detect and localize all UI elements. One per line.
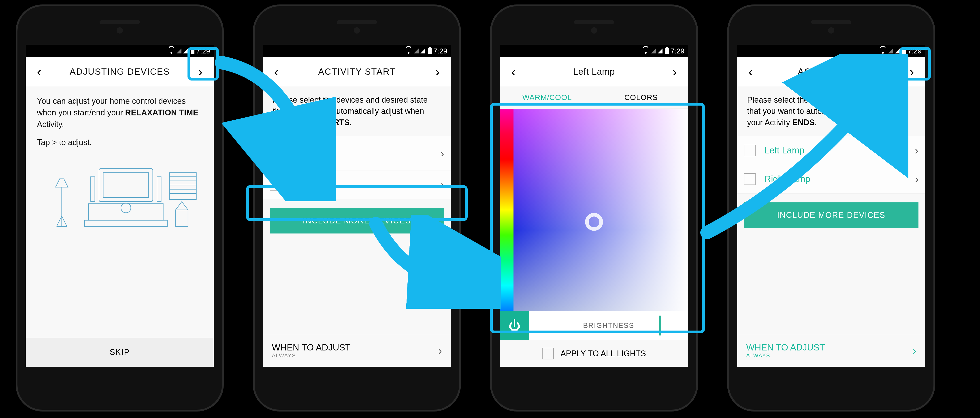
- phone-activity-start: 7:29 ‹ ACTIVITY START › Please select th…: [253, 5, 461, 412]
- when-title: WHEN TO ADJUST: [272, 342, 351, 353]
- signal-icon: [414, 49, 418, 54]
- screen: 7:29 ‹ Left Lamp › WARM/COOL COLORS ⏻ BR…: [500, 45, 688, 367]
- clock: 7:29: [433, 47, 447, 55]
- chevron-right-icon: ›: [913, 345, 916, 357]
- include-more-devices-button[interactable]: INCLUDE MORE DEVICES: [744, 202, 918, 228]
- when-to-adjust-row[interactable]: WHEN TO ADJUST ALWAYS ›: [263, 334, 451, 367]
- svg-rect-3: [84, 220, 167, 227]
- clock: 7:29: [671, 47, 684, 55]
- back-button[interactable]: ‹: [507, 62, 520, 82]
- back-button[interactable]: ‹: [32, 62, 46, 82]
- signal-icon: [177, 49, 181, 54]
- svg-line-10: [62, 216, 67, 226]
- wifi-icon: [880, 48, 886, 54]
- back-button[interactable]: ‹: [270, 62, 283, 82]
- svg-rect-5: [91, 177, 95, 202]
- tab-warm-cool[interactable]: WARM/COOL: [500, 93, 594, 102]
- screen: 7:29 ‹ ACTIVITY END › Please select the …: [737, 45, 925, 367]
- phone-activity-end: 7:29 ‹ ACTIVITY END › Please select the …: [727, 5, 935, 412]
- svg-rect-6: [157, 177, 161, 202]
- battery-icon: [665, 48, 669, 54]
- when-to-adjust-row[interactable]: WHEN TO ADJUST ALWAYS ›: [737, 334, 925, 367]
- page-title: ADJUSTING DEVICES: [70, 67, 170, 77]
- svg-line-9: [57, 216, 62, 226]
- title-bar: ‹ ADJUSTING DEVICES ›: [26, 57, 214, 86]
- svg-rect-2: [89, 204, 163, 220]
- clock: 7:29: [908, 47, 921, 55]
- brightness-row: ⏻ BRIGHTNESS: [500, 311, 688, 340]
- power-button[interactable]: ⏻: [500, 311, 529, 340]
- chevron-right-icon: ›: [438, 345, 442, 357]
- battery-icon: [902, 48, 906, 54]
- skip-button[interactable]: SKIP: [26, 338, 214, 367]
- status-bar: 7:29: [737, 45, 925, 57]
- title-bar: ‹ ACTIVITY START ›: [263, 57, 451, 86]
- intro-text: You can adjust your home control devices…: [37, 95, 202, 130]
- color-cursor[interactable]: [585, 213, 603, 231]
- svg-rect-1: [103, 173, 149, 197]
- svg-point-4: [121, 203, 131, 213]
- battery-icon: [428, 48, 431, 54]
- apply-all-row[interactable]: APPLY TO ALL LIGHTS: [500, 340, 688, 367]
- screen: 7:29 ‹ ACTIVITY START › Please select th…: [263, 45, 451, 367]
- signal-icon: [895, 49, 900, 54]
- tab-colors[interactable]: COLORS: [594, 93, 688, 102]
- status-bar: 7:29: [500, 45, 688, 57]
- next-button[interactable]: ›: [668, 62, 681, 82]
- signal-icon: [658, 49, 662, 54]
- chevron-right-icon: ›: [915, 144, 918, 157]
- checkbox[interactable]: [744, 145, 756, 156]
- signal-icon: [183, 49, 188, 54]
- device-label: Left Lamp ON · 80%: [290, 144, 441, 162]
- next-button[interactable]: ›: [905, 62, 918, 82]
- signal-icon: [888, 49, 893, 54]
- intro-text: Please select the devices and desired st…: [263, 86, 451, 136]
- device-label: Right Lamp: [765, 174, 915, 184]
- include-more-devices-button[interactable]: INCLUDE MORE DEVICES: [270, 208, 444, 234]
- when-sub: ALWAYS: [272, 353, 351, 359]
- device-row-right-lamp[interactable]: Right Lamp ›: [263, 170, 451, 199]
- device-row-right-lamp[interactable]: Right Lamp ›: [737, 165, 925, 194]
- device-row-left-lamp[interactable]: Left Lamp ›: [737, 136, 925, 165]
- svg-rect-17: [176, 210, 188, 226]
- device-label: Right Lamp: [290, 180, 441, 190]
- status-bar: 7:29: [26, 45, 214, 57]
- device-label: Left Lamp: [765, 145, 915, 156]
- back-button[interactable]: ‹: [744, 62, 757, 82]
- color-picker[interactable]: [500, 109, 688, 311]
- when-sub: ALWAYS: [746, 353, 825, 359]
- page-title: ACTIVITY END: [798, 67, 865, 77]
- clock: 7:29: [196, 47, 210, 55]
- next-button[interactable]: ›: [194, 62, 207, 82]
- page-title: Left Lamp: [573, 67, 615, 77]
- phone-adjusting-devices: 7:29 ‹ ADJUSTING DEVICES › You can adjus…: [16, 5, 224, 412]
- color-tabs: WARM/COOL COLORS: [500, 86, 688, 109]
- living-room-illustration: [37, 159, 202, 235]
- title-bar: ‹ ACTIVITY END ›: [737, 57, 925, 86]
- checkbox[interactable]: [270, 148, 281, 159]
- next-button[interactable]: ›: [431, 62, 444, 82]
- signal-icon: [420, 49, 425, 54]
- phone-left-lamp: 7:29 ‹ Left Lamp › WARM/COOL COLORS ⏻ BR…: [490, 5, 698, 412]
- brightness-slider[interactable]: BRIGHTNESS: [529, 311, 688, 340]
- chevron-right-icon: ›: [441, 178, 444, 191]
- hint-text: Tap > to adjust.: [37, 137, 202, 148]
- wifi-icon: [168, 48, 175, 54]
- hue-slider[interactable]: [500, 109, 514, 311]
- signal-icon: [651, 49, 656, 54]
- checkbox[interactable]: [270, 179, 281, 191]
- status-bar: 7:29: [263, 45, 451, 57]
- battery-icon: [191, 48, 194, 54]
- page-title: ACTIVITY START: [318, 67, 396, 77]
- title-bar: ‹ Left Lamp ›: [500, 57, 688, 86]
- screen: 7:29 ‹ ADJUSTING DEVICES › You can adjus…: [26, 45, 214, 367]
- wifi-icon: [643, 48, 649, 54]
- when-title: WHEN TO ADJUST: [746, 342, 825, 353]
- checkbox[interactable]: [744, 173, 756, 185]
- content: You can adjust your home control devices…: [26, 86, 214, 338]
- checkbox[interactable]: [542, 348, 554, 359]
- device-row-left-lamp[interactable]: Left Lamp ON · 80% ›: [263, 136, 451, 170]
- saturation-field[interactable]: [514, 109, 688, 311]
- chevron-right-icon: ›: [441, 147, 444, 159]
- chevron-right-icon: ›: [915, 173, 918, 185]
